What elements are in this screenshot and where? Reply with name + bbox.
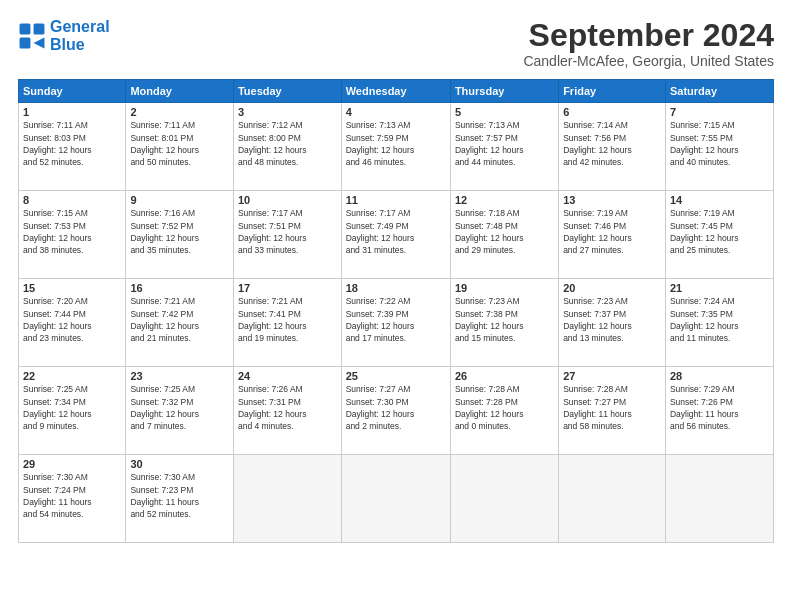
day-info: Sunrise: 7:11 AM Sunset: 8:01 PM Dayligh… <box>130 119 229 168</box>
calendar-week-row: 22Sunrise: 7:25 AM Sunset: 7:34 PM Dayli… <box>19 367 774 455</box>
calendar-cell: 2Sunrise: 7:11 AM Sunset: 8:01 PM Daylig… <box>126 103 234 191</box>
day-info: Sunrise: 7:14 AM Sunset: 7:56 PM Dayligh… <box>563 119 661 168</box>
calendar-cell: 8Sunrise: 7:15 AM Sunset: 7:53 PM Daylig… <box>19 191 126 279</box>
day-info: Sunrise: 7:22 AM Sunset: 7:39 PM Dayligh… <box>346 295 446 344</box>
day-number: 23 <box>130 370 229 382</box>
header-thursday: Thursday <box>450 80 558 103</box>
calendar-cell: 19Sunrise: 7:23 AM Sunset: 7:38 PM Dayli… <box>450 279 558 367</box>
svg-rect-2 <box>20 37 31 48</box>
day-info: Sunrise: 7:29 AM Sunset: 7:26 PM Dayligh… <box>670 383 769 432</box>
day-number: 17 <box>238 282 337 294</box>
day-number: 19 <box>455 282 554 294</box>
calendar-cell: 7Sunrise: 7:15 AM Sunset: 7:55 PM Daylig… <box>665 103 773 191</box>
day-info: Sunrise: 7:15 AM Sunset: 7:55 PM Dayligh… <box>670 119 769 168</box>
calendar-cell: 30Sunrise: 7:30 AM Sunset: 7:23 PM Dayli… <box>126 455 234 543</box>
day-number: 1 <box>23 106 121 118</box>
day-number: 11 <box>346 194 446 206</box>
header: General Blue September 2024 Candler-McAf… <box>18 18 774 69</box>
calendar-cell: 9Sunrise: 7:16 AM Sunset: 7:52 PM Daylig… <box>126 191 234 279</box>
day-info: Sunrise: 7:30 AM Sunset: 7:24 PM Dayligh… <box>23 471 121 520</box>
day-number: 7 <box>670 106 769 118</box>
day-number: 3 <box>238 106 337 118</box>
calendar-cell: 23Sunrise: 7:25 AM Sunset: 7:32 PM Dayli… <box>126 367 234 455</box>
day-info: Sunrise: 7:28 AM Sunset: 7:27 PM Dayligh… <box>563 383 661 432</box>
month-title: September 2024 <box>523 18 774 53</box>
day-number: 12 <box>455 194 554 206</box>
day-info: Sunrise: 7:24 AM Sunset: 7:35 PM Dayligh… <box>670 295 769 344</box>
calendar-cell: 27Sunrise: 7:28 AM Sunset: 7:27 PM Dayli… <box>559 367 666 455</box>
calendar-table: Sunday Monday Tuesday Wednesday Thursday… <box>18 79 774 543</box>
calendar-cell: 15Sunrise: 7:20 AM Sunset: 7:44 PM Dayli… <box>19 279 126 367</box>
calendar-cell <box>665 455 773 543</box>
day-info: Sunrise: 7:27 AM Sunset: 7:30 PM Dayligh… <box>346 383 446 432</box>
calendar-cell: 10Sunrise: 7:17 AM Sunset: 7:51 PM Dayli… <box>233 191 341 279</box>
day-number: 26 <box>455 370 554 382</box>
day-number: 21 <box>670 282 769 294</box>
calendar-week-row: 8Sunrise: 7:15 AM Sunset: 7:53 PM Daylig… <box>19 191 774 279</box>
calendar-week-row: 29Sunrise: 7:30 AM Sunset: 7:24 PM Dayli… <box>19 455 774 543</box>
calendar-cell: 4Sunrise: 7:13 AM Sunset: 7:59 PM Daylig… <box>341 103 450 191</box>
calendar-page: General Blue September 2024 Candler-McAf… <box>0 0 792 612</box>
title-block: September 2024 Candler-McAfee, Georgia, … <box>523 18 774 69</box>
calendar-cell: 25Sunrise: 7:27 AM Sunset: 7:30 PM Dayli… <box>341 367 450 455</box>
day-number: 27 <box>563 370 661 382</box>
day-info: Sunrise: 7:23 AM Sunset: 7:37 PM Dayligh… <box>563 295 661 344</box>
day-number: 6 <box>563 106 661 118</box>
day-info: Sunrise: 7:11 AM Sunset: 8:03 PM Dayligh… <box>23 119 121 168</box>
calendar-cell: 3Sunrise: 7:12 AM Sunset: 8:00 PM Daylig… <box>233 103 341 191</box>
logo-icon <box>18 22 46 50</box>
day-number: 28 <box>670 370 769 382</box>
header-monday: Monday <box>126 80 234 103</box>
calendar-week-row: 15Sunrise: 7:20 AM Sunset: 7:44 PM Dayli… <box>19 279 774 367</box>
calendar-cell: 26Sunrise: 7:28 AM Sunset: 7:28 PM Dayli… <box>450 367 558 455</box>
day-info: Sunrise: 7:17 AM Sunset: 7:51 PM Dayligh… <box>238 207 337 256</box>
day-number: 2 <box>130 106 229 118</box>
weekday-header-row: Sunday Monday Tuesday Wednesday Thursday… <box>19 80 774 103</box>
day-info: Sunrise: 7:25 AM Sunset: 7:34 PM Dayligh… <box>23 383 121 432</box>
day-info: Sunrise: 7:13 AM Sunset: 7:59 PM Dayligh… <box>346 119 446 168</box>
calendar-cell <box>233 455 341 543</box>
day-number: 30 <box>130 458 229 470</box>
header-sunday: Sunday <box>19 80 126 103</box>
day-info: Sunrise: 7:19 AM Sunset: 7:45 PM Dayligh… <box>670 207 769 256</box>
day-number: 15 <box>23 282 121 294</box>
day-info: Sunrise: 7:17 AM Sunset: 7:49 PM Dayligh… <box>346 207 446 256</box>
logo: General Blue <box>18 18 110 53</box>
day-number: 25 <box>346 370 446 382</box>
calendar-cell: 16Sunrise: 7:21 AM Sunset: 7:42 PM Dayli… <box>126 279 234 367</box>
day-number: 24 <box>238 370 337 382</box>
calendar-cell: 12Sunrise: 7:18 AM Sunset: 7:48 PM Dayli… <box>450 191 558 279</box>
header-friday: Friday <box>559 80 666 103</box>
day-number: 22 <box>23 370 121 382</box>
day-number: 4 <box>346 106 446 118</box>
day-info: Sunrise: 7:18 AM Sunset: 7:48 PM Dayligh… <box>455 207 554 256</box>
day-info: Sunrise: 7:21 AM Sunset: 7:42 PM Dayligh… <box>130 295 229 344</box>
day-info: Sunrise: 7:30 AM Sunset: 7:23 PM Dayligh… <box>130 471 229 520</box>
calendar-cell: 14Sunrise: 7:19 AM Sunset: 7:45 PM Dayli… <box>665 191 773 279</box>
day-number: 8 <box>23 194 121 206</box>
day-info: Sunrise: 7:21 AM Sunset: 7:41 PM Dayligh… <box>238 295 337 344</box>
calendar-cell: 6Sunrise: 7:14 AM Sunset: 7:56 PM Daylig… <box>559 103 666 191</box>
day-number: 5 <box>455 106 554 118</box>
calendar-cell: 17Sunrise: 7:21 AM Sunset: 7:41 PM Dayli… <box>233 279 341 367</box>
day-info: Sunrise: 7:13 AM Sunset: 7:57 PM Dayligh… <box>455 119 554 168</box>
day-info: Sunrise: 7:23 AM Sunset: 7:38 PM Dayligh… <box>455 295 554 344</box>
day-number: 13 <box>563 194 661 206</box>
logo-text: General Blue <box>50 18 110 53</box>
location: Candler-McAfee, Georgia, United States <box>523 53 774 69</box>
calendar-cell: 24Sunrise: 7:26 AM Sunset: 7:31 PM Dayli… <box>233 367 341 455</box>
calendar-cell: 29Sunrise: 7:30 AM Sunset: 7:24 PM Dayli… <box>19 455 126 543</box>
calendar-cell <box>341 455 450 543</box>
day-number: 18 <box>346 282 446 294</box>
day-number: 29 <box>23 458 121 470</box>
day-number: 10 <box>238 194 337 206</box>
day-number: 20 <box>563 282 661 294</box>
calendar-cell <box>559 455 666 543</box>
svg-marker-3 <box>34 37 45 48</box>
calendar-cell: 1Sunrise: 7:11 AM Sunset: 8:03 PM Daylig… <box>19 103 126 191</box>
day-info: Sunrise: 7:20 AM Sunset: 7:44 PM Dayligh… <box>23 295 121 344</box>
calendar-cell: 21Sunrise: 7:24 AM Sunset: 7:35 PM Dayli… <box>665 279 773 367</box>
day-info: Sunrise: 7:16 AM Sunset: 7:52 PM Dayligh… <box>130 207 229 256</box>
header-wednesday: Wednesday <box>341 80 450 103</box>
calendar-cell: 11Sunrise: 7:17 AM Sunset: 7:49 PM Dayli… <box>341 191 450 279</box>
